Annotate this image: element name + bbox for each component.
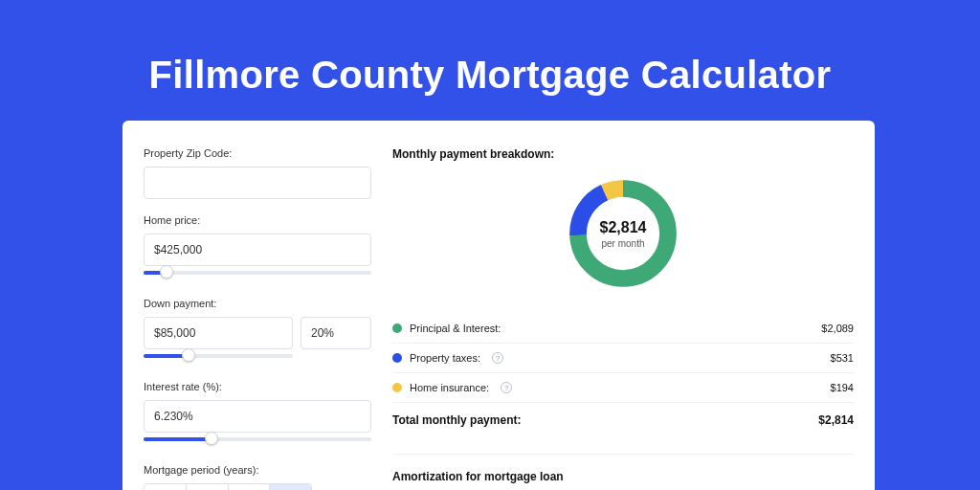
- period-10[interactable]: 10: [145, 484, 187, 490]
- down-payment-section: Down payment:: [144, 298, 371, 366]
- legend-total-label: Total monthly payment:: [392, 413, 521, 427]
- dot-icon: [392, 353, 402, 363]
- legend-taxes: Property taxes: ? $531: [392, 344, 854, 373]
- home-price-label: Home price:: [144, 214, 371, 226]
- legend-principal-label: Principal & Interest:: [410, 323, 501, 334]
- amortization-section: Amortization for mortgage loan Amortizat…: [392, 454, 854, 490]
- period-15[interactable]: 15: [187, 484, 229, 490]
- donut-chart: $2,814 per month: [392, 174, 854, 293]
- period-options: 10 15 20 30: [144, 483, 312, 490]
- breakdown-column: Monthly payment breakdown: $2,814 per: [392, 147, 854, 490]
- legend-taxes-label: Property taxes:: [410, 352, 480, 364]
- legend-insurance: Home insurance: ? $194: [392, 373, 854, 403]
- interest-slider[interactable]: [144, 432, 371, 449]
- form-column: Property Zip Code: Home price: Down paym…: [144, 147, 371, 490]
- period-30[interactable]: 30: [270, 484, 311, 490]
- calculator-card: Property Zip Code: Home price: Down paym…: [122, 121, 875, 490]
- home-price-slider[interactable]: [144, 265, 371, 282]
- legend-principal-value: $2,089: [821, 323, 854, 334]
- legend-insurance-value: $194: [831, 382, 854, 393]
- dot-icon: [392, 383, 402, 392]
- dot-icon: [392, 323, 402, 333]
- legend-insurance-label: Home insurance:: [410, 382, 489, 393]
- interest-section: Interest rate (%):: [144, 381, 371, 449]
- zip-input[interactable]: [144, 167, 371, 199]
- legend: Principal & Interest: $2,089 Property ta…: [392, 314, 854, 438]
- period-section: Mortgage period (years): 10 15 20 30: [144, 464, 371, 490]
- down-payment-label: Down payment:: [144, 298, 371, 309]
- donut-amount: $2,814: [600, 219, 647, 236]
- zip-section: Property Zip Code:: [144, 147, 371, 199]
- zip-label: Property Zip Code:: [144, 147, 371, 159]
- breakdown-title: Monthly payment breakdown:: [392, 147, 854, 161]
- period-label: Mortgage period (years):: [144, 464, 371, 476]
- interest-input[interactable]: [144, 400, 371, 433]
- home-price-section: Home price:: [144, 214, 371, 282]
- period-20[interactable]: 20: [229, 484, 271, 490]
- legend-taxes-value: $531: [831, 352, 854, 364]
- page-title: Fillmore County Mortgage Calculator: [0, 54, 980, 97]
- info-icon[interactable]: ?: [492, 352, 503, 364]
- down-payment-input[interactable]: [144, 317, 293, 349]
- info-icon[interactable]: ?: [501, 382, 512, 393]
- donut-sub: per month: [601, 238, 644, 249]
- legend-principal: Principal & Interest: $2,089: [392, 314, 854, 344]
- down-payment-slider[interactable]: [144, 348, 293, 366]
- legend-total: Total monthly payment: $2,814: [392, 403, 854, 438]
- interest-label: Interest rate (%):: [144, 381, 371, 392]
- home-price-input[interactable]: [144, 234, 371, 266]
- legend-total-value: $2,814: [818, 413, 854, 427]
- down-payment-pct-input[interactable]: [301, 317, 371, 349]
- amortization-title: Amortization for mortgage loan: [392, 470, 854, 483]
